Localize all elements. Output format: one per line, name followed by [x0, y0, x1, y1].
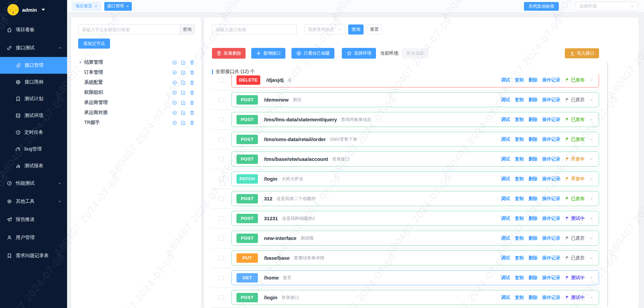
add-parent-node-button[interactable]: 添加父节点	[78, 39, 110, 49]
chevron-down-icon[interactable]	[589, 236, 593, 240]
api-card[interactable]: POST/login登录接口调试复制删除操作记录测试中	[231, 290, 599, 305]
row-checkbox[interactable]	[219, 256, 223, 260]
tree-node[interactable]: 承运商对接	[78, 108, 195, 118]
history-link[interactable]: 操作记录	[542, 275, 560, 281]
scrollbar[interactable]	[607, 63, 608, 307]
debug-link[interactable]: 调试	[501, 275, 510, 281]
sidebar-item-api-case[interactable]: 接口用例	[0, 74, 67, 90]
copy-link[interactable]: 复制	[515, 295, 524, 301]
debug-link[interactable]: 调试	[501, 235, 510, 241]
history-link[interactable]: 操作记录	[542, 295, 560, 301]
delete-node-icon[interactable]	[190, 70, 195, 75]
delete-link[interactable]: 删除	[529, 136, 538, 142]
status-dropdown[interactable]: 开发中	[565, 156, 585, 162]
copy-link[interactable]: 复制	[515, 275, 524, 281]
status-dropdown[interactable]: 已发布	[565, 77, 585, 83]
status-dropdown[interactable]: 已发布	[565, 117, 585, 123]
debug-link[interactable]: 调试	[501, 215, 510, 222]
api-card[interactable]: POST31231这是我刚创建的2调试复制删除操作记录测试中	[231, 211, 599, 226]
api-name-input[interactable]	[212, 24, 297, 35]
edit-node-icon[interactable]	[181, 90, 186, 95]
row-checkbox[interactable]	[219, 98, 223, 102]
add-node-icon[interactable]	[172, 70, 177, 75]
row-checkbox[interactable]	[219, 295, 223, 300]
history-link[interactable]: 操作记录	[542, 235, 560, 241]
tree-node[interactable]: TR握手	[78, 118, 195, 128]
batch-delete-button[interactable]: 批量删除	[212, 48, 246, 59]
add-node-icon[interactable]	[172, 100, 177, 105]
copy-link[interactable]: 复制	[515, 136, 524, 142]
chevron-down-icon[interactable]	[589, 118, 593, 122]
history-link[interactable]: 操作记录	[542, 196, 560, 202]
edit-node-icon[interactable]	[181, 60, 186, 65]
sidebar-item-test-env[interactable]: 测试环境	[0, 107, 67, 124]
delete-link[interactable]: 删除	[529, 255, 538, 261]
copy-link[interactable]: 复制	[515, 77, 524, 83]
status-dropdown[interactable]: 测试中	[565, 215, 585, 222]
api-card[interactable]: POST/demonew测试调试复制删除操作记录已废弃	[231, 92, 599, 107]
tree-node[interactable]: 承运商管理	[78, 98, 195, 108]
delete-link[interactable]: 删除	[529, 176, 538, 182]
delete-link[interactable]: 删除	[529, 215, 538, 222]
row-checkbox[interactable]	[219, 196, 223, 201]
row-checkbox[interactable]	[219, 157, 223, 162]
api-card[interactable]: POST/tms/fms-data/statement/query查询对账单信息…	[231, 112, 599, 127]
delete-node-icon[interactable]	[190, 60, 195, 65]
chevron-down-icon[interactable]	[589, 217, 593, 221]
row-checkbox[interactable]	[219, 78, 223, 82]
delete-node-icon[interactable]	[190, 80, 195, 85]
edit-node-icon[interactable]	[181, 110, 186, 115]
api-card[interactable]: POST312这是我第二个创建的调试复制删除操作记录已发布	[231, 191, 599, 206]
api-card[interactable]: PUT/base/base查看结算单详情调试复制删除操作记录已废弃	[231, 250, 599, 265]
edit-node-icon[interactable]	[181, 100, 186, 105]
status-dropdown[interactable]: 已发布	[565, 196, 585, 202]
status-dropdown[interactable]: 测试中	[565, 275, 585, 281]
debug-link[interactable]: 调试	[501, 136, 510, 142]
sidebar-item-project-board[interactable]: 项目看板	[0, 21, 67, 39]
status-dropdown[interactable]: 已废弃	[565, 255, 585, 261]
history-link[interactable]: 操作记录	[542, 176, 560, 182]
caret-right-icon[interactable]	[78, 60, 84, 65]
copy-link[interactable]: 复制	[515, 235, 524, 241]
sidebar-item-cron-task[interactable]: 定时任务	[0, 124, 67, 141]
history-link[interactable]: 操作记录	[542, 255, 560, 261]
debug-link[interactable]: 调试	[501, 77, 510, 83]
node-search-input[interactable]	[78, 24, 180, 35]
tab-1[interactable]: 项目首页×	[72, 2, 101, 11]
copy-link[interactable]: 复制	[515, 176, 524, 182]
edit-node-icon[interactable]	[181, 80, 186, 85]
sidebar-item-test-plan[interactable]: 测试计划	[0, 90, 67, 107]
delete-link[interactable]: 删除	[529, 117, 538, 123]
status-dropdown[interactable]: 已废弃	[565, 235, 585, 241]
row-checkbox[interactable]	[219, 236, 223, 241]
status-dropdown[interactable]: 已废弃	[565, 97, 585, 103]
add-node-icon[interactable]	[172, 90, 177, 95]
close-icon[interactable]: ×	[126, 4, 129, 8]
api-card[interactable]: DELETE/djasjdjdj调试复制删除操作记录已发布	[231, 74, 599, 87]
history-link[interactable]: 操作记录	[542, 136, 560, 142]
api-card[interactable]: PATCH/login大师大萨达调试复制删除操作记录开发中	[231, 171, 599, 186]
debug-link[interactable]: 调试	[501, 117, 510, 123]
history-link[interactable]: 操作记录	[542, 97, 560, 103]
sidebar-item-report-push[interactable]: 报告推送	[0, 210, 67, 229]
tree-node[interactable]: 权限组织	[78, 87, 195, 98]
delete-node-icon[interactable]	[190, 120, 195, 125]
debug-link[interactable]: 调试	[501, 255, 510, 261]
sidebar-item-user-manage[interactable]: 用户管理	[0, 229, 67, 247]
delete-link[interactable]: 删除	[529, 235, 538, 241]
chevron-down-icon[interactable]	[589, 256, 593, 260]
import-api-button[interactable]: 导入接口	[565, 48, 599, 58]
copy-link[interactable]: 复制	[515, 255, 524, 261]
status-dropdown[interactable]: 测试中	[565, 295, 585, 301]
chevron-down-icon[interactable]	[589, 197, 593, 201]
sidebar-item-bug-manage[interactable]: bug管理	[0, 141, 67, 158]
status-dropdown[interactable]: 已发布	[565, 136, 585, 142]
delete-link[interactable]: 删除	[529, 196, 538, 202]
row-checkbox[interactable]	[219, 177, 223, 181]
status-select[interactable]: 选择查询状态	[304, 24, 345, 35]
delete-link[interactable]: 删除	[529, 77, 538, 83]
chevron-down-icon[interactable]	[589, 276, 593, 280]
user-menu[interactable]: 3 admin	[0, 0, 67, 19]
debug-link[interactable]: 调试	[501, 196, 510, 202]
sidebar-item-requirement-record[interactable]: 需求问题记录表	[0, 247, 67, 265]
